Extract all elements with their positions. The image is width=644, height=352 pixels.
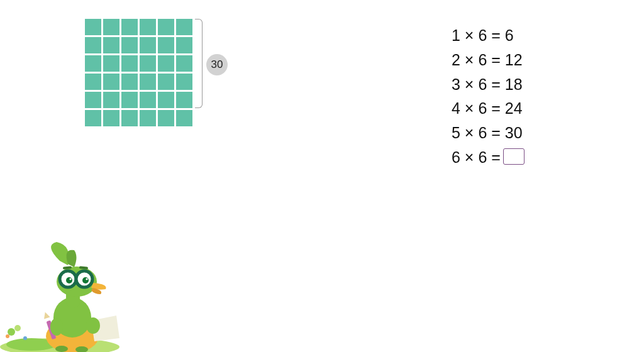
grid-cell	[176, 55, 192, 72]
grid-cell	[158, 19, 174, 35]
equation-expr: 2 × 6 =	[452, 48, 501, 72]
equation-row: 6 × 6 =	[452, 145, 525, 170]
svg-point-5	[23, 336, 27, 340]
svg-point-19	[66, 277, 72, 283]
grid-cell	[158, 110, 174, 126]
grid-cell	[103, 55, 119, 72]
array-grid	[85, 19, 192, 126]
equation-result: 12	[505, 48, 523, 72]
equation-result: 18	[505, 72, 523, 97]
grid-cell	[121, 55, 138, 72]
equation-expr: 5 × 6 =	[452, 121, 501, 145]
grid-cell	[85, 37, 101, 53]
equation-result: 24	[505, 96, 523, 121]
svg-point-13	[86, 317, 100, 334]
grid-cell	[140, 37, 156, 53]
grid-total-badge: 30	[206, 54, 228, 75]
grid-cell	[176, 74, 192, 90]
grid-cell	[121, 110, 138, 126]
equation-row: 5 × 6 = 30	[452, 121, 525, 145]
equation-row: 3 × 6 = 18	[452, 72, 525, 97]
grid-cell	[121, 92, 138, 108]
grid-cell	[176, 92, 192, 108]
grid-cell	[85, 55, 101, 72]
equation-expr: 1 × 6 =	[452, 23, 501, 48]
grid-cell	[158, 92, 174, 108]
grid-cell	[140, 74, 156, 90]
svg-rect-18	[75, 277, 77, 280]
equation-row: 1 × 6 = 6	[452, 23, 525, 48]
svg-point-21	[69, 278, 71, 280]
grid-cell	[176, 110, 192, 126]
svg-point-3	[14, 325, 21, 331]
grid-cell	[103, 110, 119, 126]
grid-cell	[121, 19, 138, 35]
grid-cell	[158, 55, 174, 72]
grid-cell	[103, 19, 119, 35]
grid-cell	[85, 74, 101, 90]
grid-cell	[176, 19, 192, 35]
equation-expr: 4 × 6 =	[452, 96, 501, 121]
grid-cell	[85, 110, 101, 126]
grid-cell	[140, 92, 156, 108]
svg-point-6	[105, 344, 109, 348]
grid-cell	[103, 92, 119, 108]
grid-cell	[85, 19, 101, 35]
grid-cell	[140, 19, 156, 35]
mascot-illustration	[0, 226, 145, 352]
svg-point-12	[50, 318, 63, 336]
grid-cell	[140, 110, 156, 126]
svg-point-2	[8, 328, 15, 336]
equation-result: 6	[505, 23, 514, 48]
svg-point-4	[6, 334, 9, 338]
equation-result: 30	[505, 121, 523, 145]
grid-cell	[158, 37, 174, 53]
grid-cell	[103, 37, 119, 53]
grid-cell	[121, 37, 138, 53]
equation-row: 2 × 6 = 12	[452, 48, 525, 72]
equation-list: 1 × 6 = 6 2 × 6 = 12 3 × 6 = 18 4 × 6 = …	[452, 23, 525, 170]
svg-point-22	[86, 278, 87, 280]
grid-cell	[103, 74, 119, 90]
equation-expr: 3 × 6 =	[452, 72, 501, 97]
grid-cell	[121, 74, 138, 90]
svg-point-25	[55, 346, 68, 352]
grid-cell	[85, 92, 101, 108]
svg-point-20	[82, 277, 89, 283]
grid-cell	[140, 55, 156, 72]
badge-value: 30	[211, 58, 223, 71]
grid-cell	[176, 37, 192, 53]
bracket-indicator	[195, 19, 203, 108]
equation-row: 4 × 6 = 24	[452, 96, 525, 121]
answer-input[interactable]	[503, 148, 525, 165]
grid-cell	[158, 74, 174, 90]
equation-expr: 6 × 6 =	[452, 145, 501, 170]
svg-marker-10	[42, 311, 50, 319]
